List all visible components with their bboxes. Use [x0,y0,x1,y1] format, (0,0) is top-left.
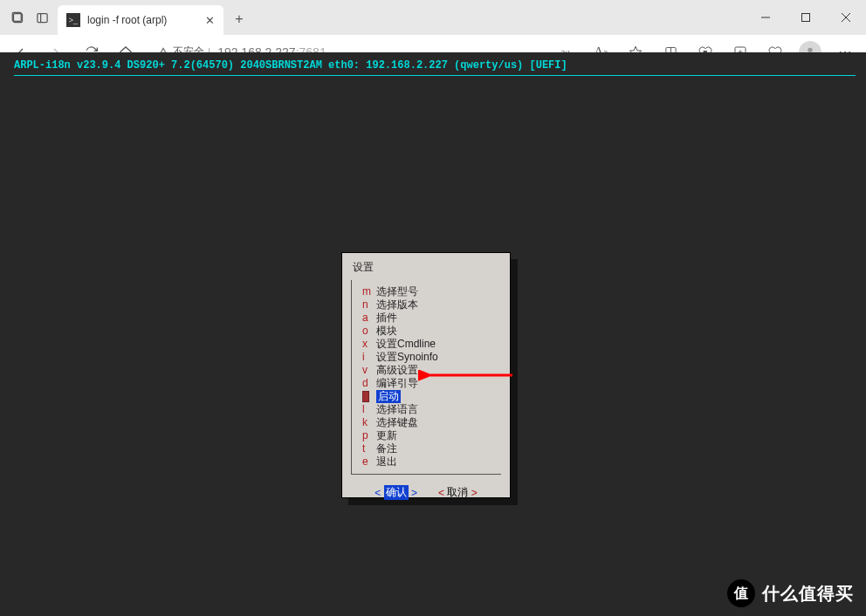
dialog-menu: m选择型号n选择版本a插件o模块x设置Cmdlinei设置Synoinfov高级… [351,280,501,475]
minimize-button[interactable] [746,3,786,31]
window-close-button[interactable] [826,3,866,31]
ok-button[interactable]: < 确认 > [375,485,417,500]
svg-point-15 [808,47,812,51]
menu-item[interactable]: l选择语言 [362,403,494,416]
menu-item[interactable]: d编译引导 [362,377,494,390]
menu-item[interactable]: 启动 [362,390,494,403]
new-tab-button[interactable]: + [227,7,251,31]
menu-item[interactable]: k选择键盘 [362,416,494,429]
status-line: ARPL-i18n v23.9.4 DS920+ 7.2(64570) 2040… [14,59,567,72]
maximize-button[interactable] [786,3,826,31]
watermark-text: 什么值得买 [762,582,854,606]
settings-dialog: 设置 m选择型号n选择版本a插件o模块x设置Cmdlinei设置Synoinfo… [341,252,511,498]
menu-item[interactable]: m选择型号 [362,285,494,298]
cancel-button[interactable]: < 取消 > [438,485,478,500]
menu-item[interactable]: a插件 [362,311,494,325]
status-divider [14,75,856,76]
watermark: 值 什么值得买 [727,579,854,607]
page-viewport: ARPL-i18n v23.9.4 DS920+ 7.2(64570) 2040… [0,52,866,616]
menu-item[interactable]: p更新 [362,429,494,442]
close-icon[interactable]: ✕ [205,14,215,27]
menu-item[interactable]: i设置Synoinfo [362,351,494,364]
menu-item[interactable]: n选择版本 [362,298,494,311]
menu-item[interactable]: e退出 [362,455,494,469]
tab-actions-icon[interactable] [7,5,28,30]
menu-item[interactable]: x设置Cmdline [362,338,494,351]
window-titlebar: >_ login -f root (arpl) ✕ + [0,0,866,35]
watermark-badge: 值 [727,579,755,607]
browser-tab[interactable]: >_ login -f root (arpl) ✕ [58,5,223,35]
tab-favicon: >_ [66,13,80,27]
tab-title: login -f root (arpl) [87,14,198,26]
sidebar-icon[interactable] [31,5,52,30]
menu-item[interactable]: o模块 [362,325,494,338]
menu-item[interactable]: t备注 [362,442,494,455]
menu-item[interactable]: v高级设置 [362,364,494,377]
dialog-title: 设置 [342,253,510,278]
svg-rect-2 [37,13,46,22]
svg-rect-5 [802,14,810,22]
